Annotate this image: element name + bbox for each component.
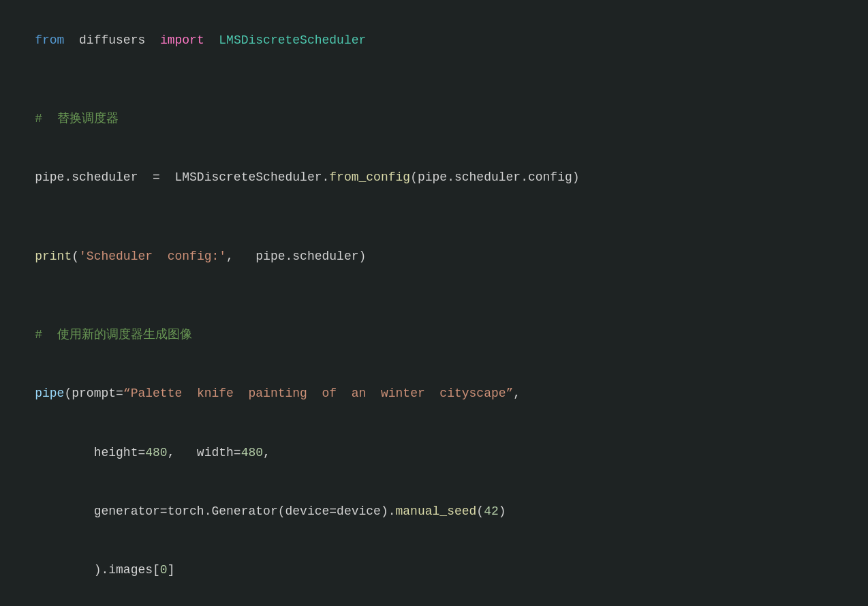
code-line-generator: generator=torch.Generator(device=device)… bbox=[5, 482, 863, 541]
function-print: print bbox=[35, 249, 72, 263]
code-line-blank-1 bbox=[5, 70, 863, 89]
indent-generator: generator=torch.Generator(device=device)… bbox=[35, 504, 395, 518]
keyword-import: import bbox=[160, 33, 204, 47]
bracket-close: ] bbox=[168, 563, 175, 577]
print-close: , pipe.scheduler) bbox=[226, 249, 366, 263]
code-line-pipe-call: pipe(prompt=“Palette knife painting of a… bbox=[5, 364, 863, 423]
pipe-prompt-key: (prompt= bbox=[64, 387, 123, 400]
method-from-config: from_config bbox=[329, 170, 410, 184]
code-section: from diffusers import LMSDiscreteSchedul… bbox=[0, 0, 868, 606]
string-scheduler-config: 'Scheduler config:' bbox=[79, 249, 226, 263]
variable-pipe: pipe bbox=[35, 387, 64, 400]
code-line-height: height=480, width=480, bbox=[5, 423, 863, 482]
number-width: 480 bbox=[241, 446, 263, 459]
print-open: ( bbox=[72, 249, 79, 263]
code-line-print: print('Scheduler config:', pipe.schedule… bbox=[5, 227, 863, 286]
pipe-scheduler-assign: pipe.scheduler = LMSDiscreteScheduler. bbox=[35, 170, 329, 184]
number-index: 0 bbox=[160, 563, 168, 577]
class-name: LMSDiscreteScheduler bbox=[204, 33, 367, 47]
indent-height: height= bbox=[35, 446, 145, 459]
code-line-comment-2: # 使用新的调度器生成图像 bbox=[5, 305, 863, 364]
keyword-from: from bbox=[35, 33, 64, 47]
code-line-4: pipe.scheduler = LMSDiscreteScheduler.fr… bbox=[5, 149, 863, 207]
code-line-blank-2 bbox=[5, 207, 863, 227]
code-line-blank-3 bbox=[5, 286, 863, 305]
comment-generate: # 使用新的调度器生成图像 bbox=[35, 328, 191, 342]
plain-space: diffusers bbox=[64, 33, 159, 47]
code-line-images: ).images[0] bbox=[5, 541, 863, 600]
method-manual-seed: manual_seed bbox=[396, 504, 477, 518]
code-line-1: from diffusers import LMSDiscreteSchedul… bbox=[5, 11, 863, 70]
seed-close: ) bbox=[499, 504, 506, 518]
comma-width: , bbox=[263, 446, 270, 459]
comma-height: , width= bbox=[168, 446, 241, 459]
number-height: 480 bbox=[145, 446, 167, 459]
number-seed: 42 bbox=[484, 504, 499, 518]
comment-replace: # 替换调度器 bbox=[35, 112, 118, 125]
seed-open: ( bbox=[476, 504, 484, 518]
string-prompt-value: “Palette knife painting of an winter cit… bbox=[123, 387, 514, 400]
code-line-comment-1: # 替换调度器 bbox=[5, 89, 863, 148]
indent-images: ).images[ bbox=[35, 563, 160, 577]
pipe-comma: , bbox=[513, 387, 521, 400]
from-config-args: (pipe.scheduler.config) bbox=[410, 170, 579, 184]
